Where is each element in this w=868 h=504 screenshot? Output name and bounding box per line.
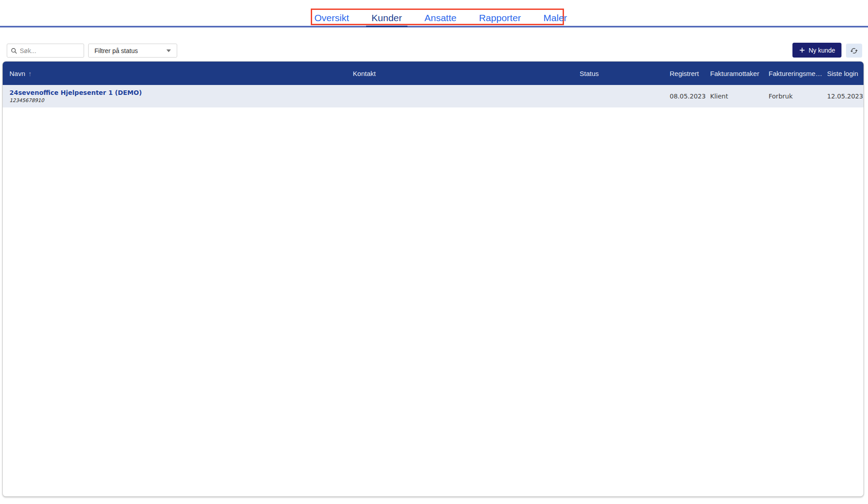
plus-icon [799,47,805,54]
header-label-navn: Navn [9,70,25,77]
header-cell-siste-login[interactable]: Siste login [824,70,864,77]
customer-name-link[interactable]: 24sevenoffice Hjelpesenter 1 (DEMO) [9,89,217,97]
cell-siste-login: 12.05.2023 [824,93,864,100]
header-cell-status[interactable]: Status [511,70,667,77]
main-tab-bar: Oversikt Kunder Ansatte Rapporter Maler [309,13,573,27]
cell-faktureringsmetode: Forbruk [766,93,824,100]
header-cell-kontakt[interactable]: Kontakt [217,70,511,77]
org-number: 12345678910 [9,98,217,104]
nav-tab-ansatte[interactable]: Ansatte [419,13,462,27]
new-customer-label: Ny kunde [809,47,835,54]
table-header-row: Navn↑ Kontakt Status Registrert Fakturam… [3,62,864,85]
header-cell-fakturamottaker[interactable]: Fakturamottaker [707,70,766,77]
sort-asc-icon: ↑ [28,70,32,77]
status-filter-label: Filtrer på status [94,47,138,54]
search-input[interactable] [20,47,80,54]
nav-tab-oversikt[interactable]: Oversikt [309,13,354,27]
nav-tab-maler[interactable]: Maler [538,13,573,27]
header-cell-faktureringsmetode[interactable]: Faktureringsme… [766,70,824,77]
cell-fakturamottaker: Klient [707,93,766,100]
cell-registrert: 08.05.2023 [667,93,707,100]
header-cell-navn[interactable]: Navn↑ [3,70,217,77]
header-cell-registrert[interactable]: Registrert [667,70,707,77]
refresh-icon [850,47,858,55]
search-box[interactable] [7,44,84,58]
table-row[interactable]: 24sevenoffice Hjelpesenter 1 (DEMO) 1234… [3,85,864,107]
search-icon [11,48,17,54]
nav-tab-kunder[interactable]: Kunder [366,13,407,27]
cell-navn: 24sevenoffice Hjelpesenter 1 (DEMO) 1234… [3,89,217,104]
chevron-down-icon [166,49,171,52]
refresh-button[interactable] [846,44,862,58]
customer-table: Navn↑ Kontakt Status Registrert Fakturam… [2,61,864,497]
nav-tab-rapporter[interactable]: Rapporter [474,13,526,27]
new-customer-button[interactable]: Ny kunde [792,43,841,58]
status-filter-select[interactable]: Filtrer på status [88,44,177,58]
